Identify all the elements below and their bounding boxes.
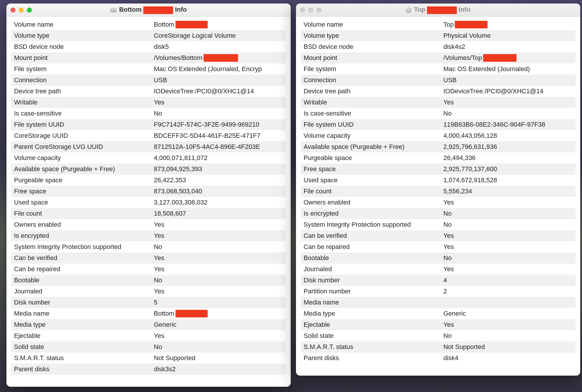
info-label: Writable [14, 99, 154, 106]
info-label: Owners enabled [14, 221, 154, 228]
info-value: Yes [443, 232, 573, 240]
window-controls [300, 8, 321, 13]
info-label: Journaled [14, 288, 154, 295]
info-value: Not Supported [154, 354, 283, 362]
info-value: 5 [154, 299, 283, 306]
info-label: Volume type [304, 32, 443, 39]
info-label: Parent disks [304, 354, 443, 362]
info-row: BootableNo [301, 252, 576, 264]
info-value: Yes [443, 243, 573, 251]
info-value: No [154, 276, 283, 284]
info-label: Owners enabled [304, 199, 443, 206]
info-window-top[interactable]: Top Info Volume nameTop Volume typePhysi… [296, 4, 580, 376]
info-value: Generic [154, 321, 283, 329]
info-value: 26,494,336 [443, 154, 573, 162]
info-label: Volume capacity [14, 154, 154, 162]
info-value: 5,556,234 [443, 188, 573, 195]
info-label: Available space (Purgeable + Free) [304, 143, 443, 151]
info-value: Yes [154, 288, 283, 295]
info-label: Device tree path [14, 87, 154, 95]
info-label: Is case-sensitive [14, 110, 154, 117]
info-row: Is case-sensitiveNo [301, 108, 576, 119]
info-value: Yes [443, 99, 573, 106]
info-value: Yes [443, 199, 573, 206]
info-label: Bootable [304, 254, 443, 262]
info-row: Parent CoreStorage LVG UUID8712512A-10F5… [11, 141, 286, 152]
info-row: ConnectionUSB [11, 75, 286, 86]
info-row: BSD device nodedisk4s2 [301, 41, 576, 52]
info-row: Partition number2 [301, 286, 576, 297]
info-row: Volume typePhysical Volume [301, 30, 576, 41]
info-value: No [443, 210, 573, 217]
info-label: Media name [14, 310, 154, 317]
title-suffix: Info [457, 6, 470, 13]
info-value: USB [443, 76, 573, 84]
close-button[interactable] [11, 8, 16, 13]
info-value: Yes [154, 332, 283, 340]
info-value: 3,127,003,308,032 [154, 199, 283, 206]
info-label: Connection [304, 76, 443, 84]
info-value: Bottom [154, 21, 283, 28]
window-title: Bottom Info [6, 6, 291, 14]
info-value: 1,074,672,918,528 [443, 176, 573, 184]
titlebar[interactable]: Bottom Info [6, 4, 291, 17]
info-row: Volume typeCoreStorage Logical Volume [11, 30, 286, 41]
info-value: Top [443, 21, 573, 28]
info-row: Media typeGeneric [11, 319, 286, 330]
info-row: BSD device nodedisk5 [11, 41, 286, 52]
info-row: Mount point/Volumes/Bottom [11, 52, 286, 63]
info-row: Media typeGeneric [301, 308, 576, 319]
info-row: Used space3,127,003,308,032 [11, 197, 286, 208]
title-prefix: Bottom [119, 6, 143, 13]
window-title: Top Info [296, 6, 580, 14]
info-label: S.M.A.R.T. status [304, 343, 443, 351]
info-row: Can be repairedYes [301, 241, 576, 252]
info-value: No [443, 110, 573, 117]
info-row: Device tree pathIODeviceTree:/PCI0@0/XHC… [11, 86, 286, 97]
info-label: Available space (Purgeable + Free) [14, 165, 154, 173]
info-label: Media type [304, 310, 443, 317]
info-row: Available space (Purgeable + Free)2,925,… [301, 141, 576, 152]
redaction [455, 21, 488, 28]
info-label: System Integrity Protection supported [304, 221, 443, 228]
zoom-button[interactable] [316, 8, 321, 13]
info-label: File system UUID [14, 121, 154, 128]
info-value: Yes [154, 221, 283, 228]
info-row: Purgeable space26,422,353 [11, 175, 286, 186]
info-value: Yes [154, 254, 283, 262]
minimize-button[interactable] [19, 8, 24, 13]
info-value: Yes [443, 265, 573, 273]
info-label: Is encrypted [304, 210, 443, 217]
info-value: No [154, 343, 283, 351]
info-label: Media type [14, 321, 154, 329]
redaction [175, 310, 208, 317]
info-label: Disk number [304, 276, 443, 284]
info-row: Parent disksdisk3s2 [11, 364, 286, 375]
titlebar[interactable]: Top Info [296, 4, 580, 17]
info-label: Writable [304, 99, 443, 106]
info-label: Mount point [14, 54, 154, 62]
info-label: Device tree path [304, 87, 443, 95]
info-label: Free space [304, 165, 443, 173]
zoom-button[interactable] [27, 8, 32, 13]
info-value: No [443, 254, 573, 262]
info-label: Can be repaired [14, 265, 154, 273]
info-value: F9C7142F-574C-3F2E-9499-969210 [154, 121, 283, 128]
info-value: /Volumes/Bottom [154, 54, 283, 62]
info-value: disk4s2 [443, 43, 573, 51]
info-row: Can be verifiedYes [301, 230, 576, 241]
info-row: Volume capacity4,000,443,056,128 [301, 130, 576, 141]
info-value: 2,925,796,631,936 [443, 143, 573, 151]
info-row: Owners enabledYes [301, 197, 576, 208]
close-button[interactable] [300, 8, 305, 13]
redaction [204, 54, 238, 62]
info-value: No [154, 243, 283, 251]
info-value: No [443, 221, 573, 228]
info-label: Volume type [14, 32, 154, 39]
info-value: Yes [443, 321, 573, 329]
info-label: Disk number [14, 299, 154, 306]
info-window-bottom[interactable]: Bottom Info Volume nameBottom Volume typ… [6, 4, 291, 387]
info-row: Disk number5 [11, 297, 286, 308]
minimize-button[interactable] [308, 8, 313, 13]
info-row: CoreStorage UUIDBDCEFF3C-5D44-461F-B25E-… [11, 130, 286, 141]
